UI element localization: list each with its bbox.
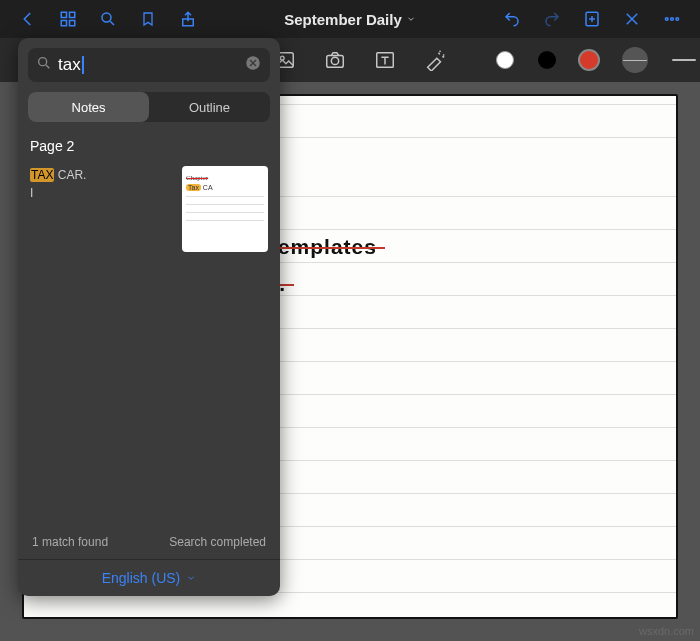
svg-rect-0 xyxy=(61,12,66,17)
title-text: September Daily xyxy=(284,11,402,28)
share-icon[interactable] xyxy=(176,7,200,31)
back-icon[interactable] xyxy=(16,7,40,31)
search-input[interactable]: tax xyxy=(58,55,81,75)
color-white[interactable] xyxy=(496,51,514,69)
search-panel: tax Notes Outline Page 2 TAX CAR.I Chapt… xyxy=(18,38,280,596)
close-icon[interactable] xyxy=(620,7,644,31)
stroke-thin[interactable] xyxy=(622,47,648,73)
svg-point-18 xyxy=(331,57,338,64)
search-result[interactable]: TAX CAR.I Chapter Tax CA xyxy=(18,162,280,252)
stroke-med[interactable] xyxy=(672,59,696,62)
match-count: 1 match found xyxy=(32,535,108,549)
camera-tool-icon[interactable] xyxy=(322,47,348,73)
color-red[interactable] xyxy=(580,51,598,69)
clear-search-icon[interactable] xyxy=(244,54,262,76)
laser-tool-icon[interactable] xyxy=(422,47,448,73)
svg-line-5 xyxy=(110,21,114,25)
add-page-icon[interactable] xyxy=(580,7,604,31)
color-black[interactable] xyxy=(538,51,556,69)
result-thumbnail[interactable]: Chapter Tax CA xyxy=(182,166,268,252)
search-icon xyxy=(36,55,52,75)
result-snippet: TAX CAR.I xyxy=(30,166,172,252)
document-title[interactable]: September Daily xyxy=(284,11,416,28)
svg-point-12 xyxy=(665,18,668,21)
svg-point-14 xyxy=(676,18,679,21)
svg-line-21 xyxy=(46,65,49,68)
svg-point-4 xyxy=(102,13,111,22)
more-icon[interactable] xyxy=(660,7,684,31)
search-scope-segment: Notes Outline xyxy=(28,92,270,122)
chevron-down-icon xyxy=(406,14,416,24)
svg-rect-2 xyxy=(61,21,66,26)
svg-point-20 xyxy=(39,58,47,66)
text-caret xyxy=(82,56,84,74)
thumbnails-icon[interactable] xyxy=(56,7,80,31)
search-field-row: tax xyxy=(28,48,270,82)
result-page-label[interactable]: Page 2 xyxy=(18,130,280,162)
language-picker[interactable]: English (US) xyxy=(18,559,280,596)
svg-point-13 xyxy=(671,18,674,21)
chevron-down-icon xyxy=(186,573,196,583)
undo-icon[interactable] xyxy=(500,7,524,31)
svg-rect-1 xyxy=(70,12,75,17)
tab-outline[interactable]: Outline xyxy=(149,92,270,122)
redo-icon[interactable] xyxy=(540,7,564,31)
tab-notes[interactable]: Notes xyxy=(28,92,149,122)
search-status-row: 1 match found Search completed xyxy=(18,525,280,559)
svg-rect-3 xyxy=(70,21,75,26)
bookmark-icon[interactable] xyxy=(136,7,160,31)
search-icon[interactable] xyxy=(96,7,120,31)
watermark: wsxdn.com xyxy=(639,625,694,637)
search-status: Search completed xyxy=(169,535,266,549)
text-tool-icon[interactable] xyxy=(372,47,398,73)
